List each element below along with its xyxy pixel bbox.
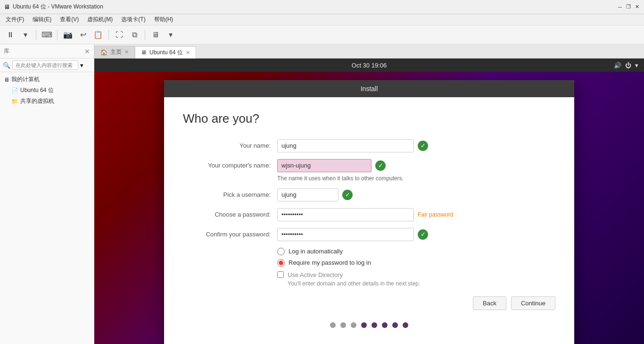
- sidebar-item-my-computer[interactable]: 🖥 我的计算机: [0, 74, 94, 85]
- restore-button[interactable]: ❐: [625, 4, 632, 10]
- unity-button[interactable]: ⧉: [128, 28, 141, 42]
- menu-file[interactable]: 文件(F): [2, 15, 28, 25]
- computer-name-check-icon: ✓: [375, 160, 386, 171]
- revert-button[interactable]: ↩: [76, 28, 90, 42]
- progress-dot-8: [403, 322, 408, 328]
- title-bar: 🖥 Ubuntu 64 位 - VMware Workstation ─ ❐ ✕: [0, 0, 644, 14]
- sidebar-close-button[interactable]: ✕: [84, 48, 90, 55]
- snapshot-button[interactable]: 📷: [61, 28, 74, 42]
- toolbar-separator-1: [36, 30, 36, 40]
- tab-ubuntu[interactable]: 🖥 Ubuntu 64 位 ✕: [135, 46, 196, 59]
- password-label: Choose a password:: [183, 208, 277, 218]
- sidebar-header: 库 ✕: [0, 44, 94, 59]
- sidebar-item-shared-vm[interactable]: 📁 共享的虚拟机: [0, 96, 94, 107]
- computer-name-label: Your computer's name:: [183, 159, 277, 169]
- close-button[interactable]: ✕: [634, 4, 640, 10]
- login-auto-label: Log in automatically: [289, 248, 343, 255]
- volume-icon: 🔊: [614, 62, 621, 69]
- ubuntu-topbar: Oct 30 19:06 🔊 ⏻ ▾: [94, 59, 644, 72]
- your-name-input[interactable]: [277, 139, 414, 152]
- sidebar-search-area: 🔍 ▾: [0, 59, 94, 72]
- settings-topbar-icon: ▾: [635, 62, 638, 69]
- send-ctrl-alt-del-button[interactable]: ⌨: [40, 28, 53, 42]
- tab-ubuntu-close[interactable]: ✕: [186, 50, 190, 56]
- tab-ubuntu-label: Ubuntu 64 位: [149, 49, 183, 57]
- menu-help[interactable]: 帮助(H): [150, 15, 177, 25]
- snapshot-manager-button[interactable]: 📋: [91, 28, 105, 42]
- confirm-password-field: ✓: [277, 228, 555, 241]
- active-directory-section: Use Active Directory You'll enter domain…: [277, 271, 555, 287]
- menu-view[interactable]: 查看(V): [56, 15, 83, 25]
- vm-display[interactable]: Oct 30 19:06 🔊 ⏻ ▾ Install Who are you?: [94, 59, 644, 344]
- computer-name-hint: The name it uses when it talks to other …: [277, 175, 404, 182]
- minimize-button[interactable]: ─: [617, 4, 623, 10]
- login-password-radio[interactable]: [277, 259, 285, 267]
- search-dropdown-icon[interactable]: ▾: [80, 62, 83, 69]
- login-options-section: Log in automatically Require my password…: [277, 248, 555, 267]
- sidebar: 库 ✕ 🔍 ▾ 🖥 我的计算机 📄 Ubuntu 64 位 📁 共享的虚拟机: [0, 44, 94, 344]
- confirm-password-row: Confirm your password: ✓: [183, 228, 555, 241]
- active-directory-checkbox[interactable]: [277, 271, 284, 278]
- vm-icon: 📄: [11, 87, 18, 94]
- shared-icon: 📁: [11, 98, 18, 105]
- your-name-label: Your name:: [183, 139, 277, 149]
- my-computer-label: 我的计算机: [11, 76, 40, 84]
- ubuntu-vm-label: Ubuntu 64 位: [20, 86, 54, 94]
- username-check-icon: ✓: [342, 190, 353, 200]
- toolbar-separator-2: [57, 30, 58, 40]
- power-dropdown[interactable]: ▾: [19, 28, 32, 42]
- tab-home[interactable]: 🏠 主页 ✕: [94, 46, 135, 58]
- back-button[interactable]: Back: [473, 296, 506, 310]
- install-dialog: Install Who are you? Your name: ✓: [164, 80, 574, 344]
- search-input[interactable]: [12, 60, 78, 70]
- active-directory-label: Use Active Directory: [288, 271, 343, 278]
- vm-tab-icon: 🖥: [141, 49, 147, 56]
- sidebar-item-ubuntu[interactable]: 📄 Ubuntu 64 位: [0, 85, 94, 96]
- username-label: Pick a username:: [183, 188, 277, 198]
- continue-button[interactable]: Continue: [511, 296, 555, 310]
- app-title: Ubuntu 64 位 - VMware Workstation: [13, 3, 103, 11]
- confirm-password-input[interactable]: [277, 228, 414, 241]
- password-strength-text: Fair password: [418, 211, 453, 218]
- tab-bar: 🏠 主页 ✕ 🖥 Ubuntu 64 位 ✕: [94, 44, 644, 59]
- sidebar-title: 库: [4, 47, 9, 55]
- login-auto-row: Log in automatically: [277, 248, 555, 255]
- ubuntu-time: Oct 30 19:06: [352, 62, 387, 69]
- tab-home-close[interactable]: ✕: [124, 49, 129, 55]
- ubuntu-background: Oct 30 19:06 🔊 ⏻ ▾ Install Who are you?: [94, 59, 644, 344]
- login-password-label: Require my password to log in: [289, 259, 371, 266]
- progress-dot-5: [372, 322, 377, 328]
- your-name-row: Your name: ✓: [183, 139, 555, 152]
- dialog-heading: Who are you?: [183, 111, 555, 126]
- power-button[interactable]: ⏸: [4, 28, 17, 42]
- content-area: 🏠 主页 ✕ 🖥 Ubuntu 64 位 ✕ Oct 30 19:06 🔊 ⏻: [94, 44, 644, 344]
- your-name-field: ✓: [277, 139, 555, 152]
- progress-dots: [183, 313, 555, 336]
- computer-name-input[interactable]: [277, 159, 372, 172]
- progress-dot-3: [351, 322, 356, 328]
- view-settings-button[interactable]: 🖥: [149, 28, 162, 42]
- login-password-row: Require my password to log in: [277, 259, 555, 267]
- login-auto-radio[interactable]: [277, 248, 285, 255]
- username-input[interactable]: [277, 188, 339, 201]
- shared-vm-label: 共享的虚拟机: [20, 97, 54, 105]
- view-dropdown[interactable]: ▾: [164, 28, 177, 42]
- active-directory-hint: You'll enter domain and other details in…: [288, 280, 555, 287]
- password-input[interactable]: [277, 208, 414, 221]
- dialog-buttons: Back Continue: [183, 292, 555, 313]
- fullscreen-button[interactable]: ⛶: [113, 28, 126, 42]
- confirm-password-check-icon: ✓: [418, 229, 428, 240]
- computer-name-field: ✓ The name it uses when it talks to othe…: [277, 159, 555, 182]
- username-row: Pick a username: ✓: [183, 188, 555, 201]
- dialog-content: Who are you? Your name: ✓ Your computer'…: [164, 97, 574, 344]
- app-icon: 🖥: [4, 3, 10, 10]
- dialog-titlebar: Install: [164, 80, 574, 97]
- window-controls: ─ ❐ ✕: [617, 4, 640, 10]
- title-bar-left: 🖥 Ubuntu 64 位 - VMware Workstation: [4, 3, 103, 11]
- dialog-title: Install: [361, 85, 378, 92]
- menu-tabs[interactable]: 选项卡(T): [117, 15, 149, 25]
- menu-edit[interactable]: 编辑(E): [29, 15, 55, 25]
- menu-vm[interactable]: 虚拟机(M): [83, 15, 116, 25]
- username-field: ✓: [277, 188, 555, 201]
- home-icon: 🏠: [100, 49, 107, 56]
